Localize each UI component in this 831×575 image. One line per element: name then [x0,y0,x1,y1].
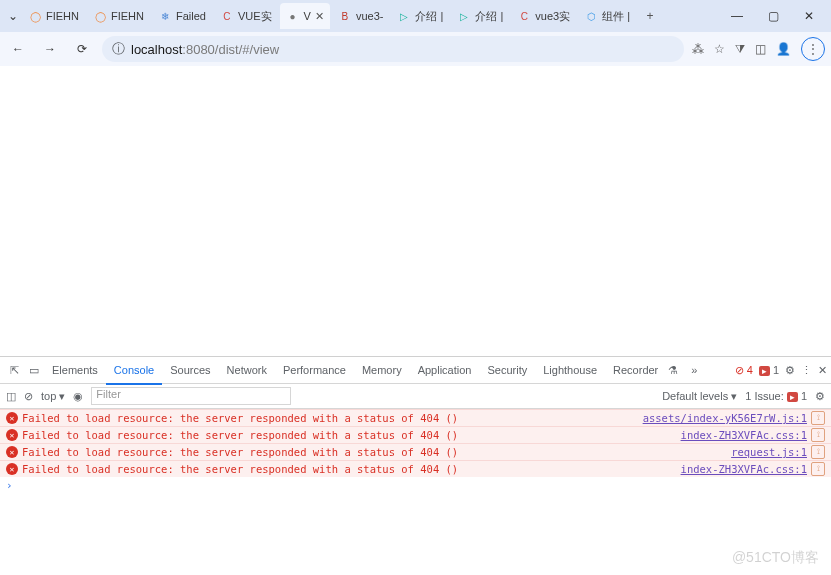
devtools-tab-application[interactable]: Application [410,357,480,383]
console-output: ✕Failed to load resource: the server res… [0,409,831,477]
favicon: C [220,9,234,23]
forward-button[interactable]: → [38,37,62,61]
devtools-tab-performance[interactable]: Performance [275,357,354,383]
browser-tab[interactable]: ▷介绍 | [391,3,449,29]
devtools-tab-console[interactable]: Console [106,357,162,385]
bookmark-icon[interactable]: ☆ [714,42,725,56]
devtools-tab-lighthouse[interactable]: Lighthouse [535,357,605,383]
tab-title: VUE实 [238,9,272,24]
watermark: @51CTO博客 [732,549,819,567]
tab-title: vue3- [356,10,384,22]
more-tabs-icon[interactable]: » [684,364,704,376]
issues-link[interactable]: 1 Issue: ▸ 1 [745,390,807,402]
vm-icon: ⟟ [811,462,825,476]
devtools-tab-recorder[interactable]: Recorder [605,357,666,383]
devtools-tab-network[interactable]: Network [219,357,275,383]
error-message: Failed to load resource: the server resp… [22,463,458,475]
browser-tab[interactable]: ❄Failed [152,3,212,29]
clear-console-icon[interactable]: ⊘ [24,390,33,403]
window-close[interactable]: ✕ [791,2,827,30]
browser-nav-bar: ← → ⟳ ⓘ localhost:8080/dist/#/view ⁂ ☆ ⧩… [0,32,831,66]
reload-button[interactable]: ⟳ [70,37,94,61]
address-bar[interactable]: ⓘ localhost:8080/dist/#/view [102,36,684,62]
favicon: ◯ [93,9,107,23]
console-prompt[interactable]: › [0,477,831,494]
error-count-icon[interactable]: ⊘ 4 [735,364,753,377]
console-settings-icon[interactable]: ⚙ [815,390,825,403]
back-button[interactable]: ← [6,37,30,61]
profile-icon[interactable]: 👤 [776,42,791,56]
browser-tab[interactable]: CVUE实 [214,3,278,29]
favicon: ❄ [158,9,172,23]
devtools-tab-bar: ⇱ ▭ ElementsConsoleSourcesNetworkPerform… [0,357,831,384]
browser-tab[interactable]: ◯FIEHN [22,3,85,29]
log-levels-selector[interactable]: Default levels ▾ [662,390,737,403]
tab-title: FIEHN [46,10,79,22]
browser-tab[interactable]: ●V✕ [280,3,330,29]
context-selector[interactable]: top ▾ [41,390,65,403]
browser-tab[interactable]: ◯FIEHN [87,3,150,29]
devtools-tab-elements[interactable]: Elements [44,357,106,383]
error-message: Failed to load resource: the server resp… [22,446,458,458]
browser-tab[interactable]: ⬡组件 | [578,3,636,29]
tab-title: FIEHN [111,10,144,22]
site-info-icon[interactable]: ⓘ [112,40,125,58]
side-panel-icon[interactable]: ◫ [755,42,766,56]
page-content [0,66,831,357]
tab-title: Failed [176,10,206,22]
close-tab-icon[interactable]: ✕ [315,10,324,23]
devtools-menu-icon[interactable]: ⋮ [801,364,812,377]
error-message: Failed to load resource: the server resp… [22,412,458,424]
extensions-icon[interactable]: ⧩ [735,42,745,56]
favicon: ▷ [397,9,411,23]
console-toolbar: ◫ ⊘ top ▾ ◉ Filter Default levels ▾ 1 Is… [0,384,831,409]
error-icon: ✕ [6,463,18,475]
device-toggle-icon[interactable]: ▭ [24,364,44,377]
error-source-link[interactable]: index-ZH3XVFAc.css:1 [681,429,807,441]
window-minimize[interactable]: — [719,2,755,30]
url-path: /dist/#/view [215,42,279,57]
error-source-link[interactable]: request.js:1 [731,446,807,458]
live-expression-icon[interactable]: ◉ [73,390,83,403]
tab-title: V [304,10,311,22]
browser-tab[interactable]: Cvue3实 [511,3,576,29]
tabs-dropdown-icon[interactable]: ⌄ [4,9,22,23]
chrome-menu-icon[interactable]: ⋮ [801,37,825,61]
favicon: ● [286,9,300,23]
console-error-line: ✕Failed to load resource: the server res… [0,409,831,426]
devtools-settings-icon[interactable]: ⚙ [785,364,795,377]
console-error-line: ✕Failed to load resource: the server res… [0,460,831,477]
error-icon: ✕ [6,429,18,441]
browser-tab[interactable]: ▷介绍 | [451,3,509,29]
devtools-close-icon[interactable]: ✕ [818,364,827,377]
devtools-tab-memory[interactable]: Memory [354,357,410,383]
devtools-tab-security[interactable]: Security [479,357,535,383]
error-source-link[interactable]: assets/index-yK56E7rW.js:1 [643,412,807,424]
favicon: ⬡ [584,9,598,23]
tab-title: 介绍 | [475,9,503,24]
window-maximize[interactable]: ▢ [755,2,791,30]
warning-count-badge[interactable]: ▸ 1 [759,364,779,376]
filter-input[interactable]: Filter [91,387,291,405]
error-message: Failed to load resource: the server resp… [22,429,458,441]
favicon: ▷ [457,9,471,23]
url-host: localhost [131,42,182,57]
vm-icon: ⟟ [811,428,825,442]
error-icon: ✕ [6,446,18,458]
devtools-tab-sources[interactable]: Sources [162,357,218,383]
url-port: :8080 [182,42,215,57]
recorder-flask-icon: ⚗ [668,364,678,377]
vm-icon: ⟟ [811,411,825,425]
console-error-line: ✕Failed to load resource: the server res… [0,443,831,460]
favicon: ◯ [28,9,42,23]
vm-icon: ⟟ [811,445,825,459]
browser-tab[interactable]: Bvue3- [332,3,390,29]
new-tab-button[interactable]: + [638,9,662,23]
favicon: C [517,9,531,23]
favicon: B [338,9,352,23]
console-sidebar-toggle-icon[interactable]: ◫ [6,390,16,403]
error-source-link[interactable]: index-ZH3XVFAc.css:1 [681,463,807,475]
tab-title: 介绍 | [415,9,443,24]
inspect-icon[interactable]: ⇱ [4,364,24,377]
translate-icon[interactable]: ⁂ [692,42,704,56]
